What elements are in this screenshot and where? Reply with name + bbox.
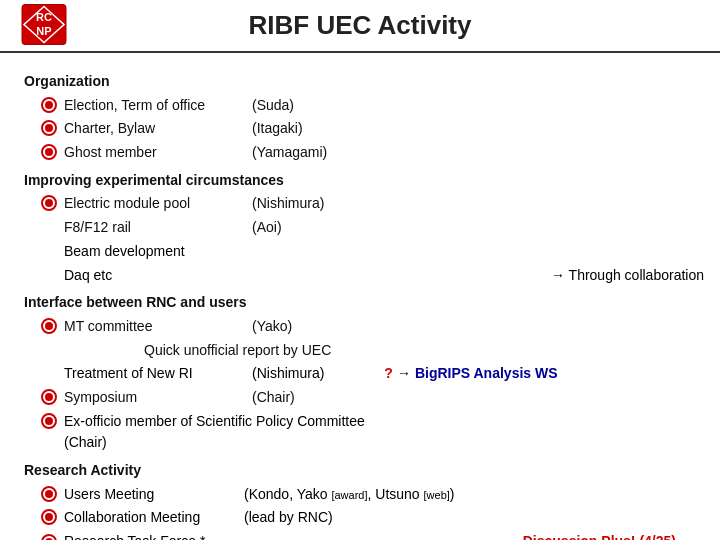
discussion-plus-note: → Discussion Plus! (4/25): [505, 531, 676, 540]
bullet-icon: [40, 143, 58, 161]
bullet-icon: [40, 317, 58, 335]
bullet-icon: [40, 119, 58, 137]
bullet-icon: [40, 533, 58, 540]
svg-point-15: [45, 393, 53, 401]
bullet-icon: [40, 508, 58, 526]
symposium-detail: (Chair): [252, 387, 295, 409]
svg-point-21: [45, 513, 53, 521]
list-item: Charter, Bylaw (Itagaki): [40, 118, 696, 140]
quick-report-text: Quick unofficial report by UEC: [144, 340, 696, 362]
bullet-icon: [40, 412, 58, 430]
item-text: Ghost member: [64, 142, 244, 164]
item-detail: (Yamagami): [252, 142, 327, 164]
list-item: Beam development: [64, 241, 696, 263]
rcnp-logo: RC NP: [20, 2, 68, 49]
exofficio-text: Ex-officio member of Scientific Policy C…: [64, 411, 365, 433]
svg-text:NP: NP: [36, 24, 51, 36]
bullet-icon: [40, 194, 58, 212]
svg-point-17: [45, 417, 53, 425]
item-detail: (Suda): [252, 95, 294, 117]
item-text: Charter, Bylaw: [64, 118, 244, 140]
svg-point-11: [45, 199, 53, 207]
item-detail: (Nishimura): [252, 193, 324, 215]
main-content: Organization Election, Term of office (S…: [0, 53, 720, 540]
list-item: Electric module pool (Nishimura): [40, 193, 696, 215]
improving-section: Improving experimental circumstances: [24, 170, 696, 192]
treatment-text: Treatment of New RI: [64, 363, 244, 385]
svg-point-19: [45, 490, 53, 498]
item-text: Beam development: [64, 241, 185, 263]
symposium-text: Symposium: [64, 387, 244, 409]
list-item: F8/F12 rail (Aoi): [64, 217, 696, 239]
bullet-icon: [40, 485, 58, 503]
treatment-detail: (Nishimura): [252, 363, 324, 385]
item-text: Electric module pool: [64, 193, 244, 215]
collaboration-meeting-detail: (lead by RNC): [244, 507, 333, 529]
list-item: Daq etc → Through collaboration: [64, 265, 720, 287]
mt-committee-detail: (Yako): [252, 316, 292, 338]
svg-point-5: [45, 101, 53, 109]
list-item: MT committee (Yako): [40, 316, 696, 338]
research-task-force-text: Research Task Force *: [64, 531, 244, 540]
item-detail: (Aoi): [252, 217, 282, 239]
item-text: F8/F12 rail: [64, 217, 244, 239]
svg-point-9: [45, 148, 53, 156]
svg-point-7: [45, 124, 53, 132]
organization-section: Organization: [24, 71, 696, 93]
item-text: Election, Term of office: [64, 95, 244, 117]
treatment-question: ?: [384, 363, 393, 385]
list-item: Election, Term of office (Suda): [40, 95, 696, 117]
collaboration-meeting-text: Collaboration Meeting: [64, 507, 244, 529]
item-detail: (Itagaki): [252, 118, 303, 140]
mt-committee-text: MT committee: [64, 316, 244, 338]
users-meeting-text: Users Meeting: [64, 484, 244, 506]
page-header: RC NP RIBF UEC Activity: [0, 0, 720, 53]
through-collaboration-note: → Through collaboration: [551, 265, 704, 287]
bullet-icon: [40, 96, 58, 114]
interface-section: Interface between RNC and users: [24, 292, 696, 314]
bullet-icon: [40, 388, 58, 406]
svg-point-13: [45, 322, 53, 330]
list-item: Ex-officio member of Scientific Policy C…: [40, 411, 696, 433]
list-item: Users Meeting (Kondo, Yako [award], Utsu…: [40, 484, 696, 506]
exofficio-chair: (Chair): [64, 432, 696, 454]
list-item: Symposium (Chair): [40, 387, 696, 409]
page-title: RIBF UEC Activity: [249, 10, 472, 41]
item-text: Daq etc: [64, 265, 112, 287]
users-meeting-detail: (Kondo, Yako [award], Utsuno [web]): [244, 484, 455, 506]
list-item: Collaboration Meeting (lead by RNC): [40, 507, 696, 529]
treatment-arrow: →: [397, 363, 411, 385]
list-item: Ghost member (Yamagami): [40, 142, 696, 164]
research-section: Research Activity: [24, 460, 696, 482]
treatment-row: Treatment of New RI (Nishimura) ? → BigR…: [64, 363, 696, 385]
list-item: Research Task Force * → Discussion Plus!…: [40, 531, 696, 540]
treatment-dest: BigRIPS Analysis WS: [415, 363, 558, 385]
